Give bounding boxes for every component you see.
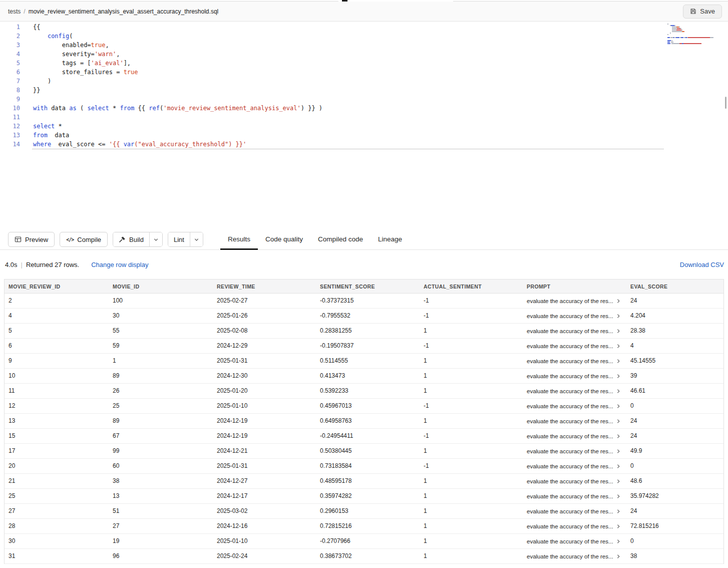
editor-line[interactable]: 12select * [0, 122, 728, 131]
code-icon: </> [66, 237, 74, 242]
prompt-cell[interactable]: evaluate the accuracy of the res... [523, 444, 626, 458]
returned-rows-text: Returned 27 rows. [26, 261, 79, 268]
line-number: 8 [0, 86, 20, 95]
tabstrip-divider [0, 1, 338, 2]
table-cell: 0.38673702 [316, 549, 420, 563]
table-row: 25132024-12-170.359742821evaluate the ac… [5, 489, 723, 504]
save-label: Save [700, 8, 715, 15]
prompt-cell[interactable]: evaluate the accuracy of the res... [523, 429, 626, 443]
expand-cell-icon [616, 509, 621, 514]
table-cell: 21 [5, 474, 109, 488]
expand-cell-icon [616, 464, 621, 469]
code-text: ) [20, 77, 51, 86]
tab-lineage[interactable]: Lineage [371, 229, 410, 250]
minimap[interactable] [667, 24, 723, 45]
table-row: 31962025-02-240.386737021evaluate the ac… [5, 549, 723, 564]
table-row: 21002025-02-27-0.37372315-1evaluate the … [5, 294, 723, 309]
table-cell: -1 [420, 339, 523, 353]
editor-line[interactable]: 3 enabled=true, [0, 41, 728, 50]
header: tests / movie_review_sentiment_analysis_… [0, 2, 728, 22]
tab-results[interactable]: Results [220, 229, 258, 250]
table-cell: 59 [109, 339, 213, 353]
table-cell: 20 [5, 459, 109, 473]
prompt-text: evaluate the accuracy of the res... [527, 538, 613, 544]
line-number: 7 [0, 77, 20, 86]
compile-button[interactable]: </> Compile [60, 232, 108, 247]
prompt-cell[interactable]: evaluate the accuracy of the res... [523, 339, 626, 353]
table-cell: -0.2707966 [316, 534, 420, 548]
prompt-cell[interactable]: evaluate the accuracy of the res... [523, 414, 626, 428]
breadcrumb-file: movie_review_sentiment_analysis_eval_ass… [29, 8, 219, 15]
prompt-cell[interactable]: evaluate the accuracy of the res... [523, 309, 626, 323]
table-cell: 0.5114555 [316, 354, 420, 368]
table-cell: 2025-02-27 [213, 294, 316, 308]
editor-line[interactable]: 2 config( [0, 32, 728, 41]
table-cell: 67 [109, 429, 213, 443]
expand-cell-icon [616, 449, 621, 454]
column-header: SENTIMENT_SCORE [316, 279, 420, 293]
expand-cell-icon [616, 404, 621, 409]
save-button[interactable]: Save [683, 5, 722, 19]
table-row: 28272024-12-160.728152161evaluate the ac… [5, 519, 723, 534]
prompt-cell[interactable]: evaluate the accuracy of the res... [523, 324, 626, 338]
editor-line[interactable]: 1{{ [0, 23, 728, 32]
editor-line[interactable]: 9 [0, 95, 728, 104]
editor-line[interactable]: 6 store_failures = true [0, 68, 728, 77]
prompt-cell[interactable]: evaluate the accuracy of the res... [523, 549, 626, 563]
editor-line[interactable]: 4 severity='warn', [0, 50, 728, 59]
prompt-cell[interactable]: evaluate the accuracy of the res... [523, 489, 626, 503]
editor-line[interactable]: 7 ) [0, 77, 728, 86]
prompt-text: evaluate the accuracy of the res... [527, 493, 613, 499]
line-number: 9 [0, 95, 20, 104]
table-cell: 45.14555 [626, 354, 723, 368]
editor-line[interactable]: 10with data as ( select * from {{ ref('m… [0, 104, 728, 113]
table-cell: 30 [109, 309, 213, 323]
prompt-cell[interactable]: evaluate the accuracy of the res... [523, 459, 626, 473]
breadcrumb-folder[interactable]: tests [8, 8, 21, 15]
editor-line[interactable]: 5 tags = ['ai_eval'], [0, 59, 728, 68]
action-buttons: Preview </> Compile Build [8, 229, 203, 249]
editor-line[interactable]: 13from data [0, 131, 728, 140]
prompt-text: evaluate the accuracy of the res... [527, 388, 613, 394]
table-cell: 0.48595178 [316, 474, 420, 488]
prompt-cell[interactable]: evaluate the accuracy of the res... [523, 369, 626, 383]
lint-button[interactable]: Lint [168, 232, 190, 246]
editor-scrollbar[interactable] [725, 97, 726, 109]
code-editor[interactable]: 1{{2 config(3 enabled=true,4 severity='w… [0, 22, 728, 229]
prompt-cell[interactable]: evaluate the accuracy of the res... [523, 534, 626, 548]
table-cell: 31 [5, 549, 109, 563]
lint-dropdown-button[interactable] [190, 232, 203, 246]
editor-line[interactable]: 14where eval_score <= '{{ var("eval_accu… [0, 140, 728, 149]
editor-line[interactable]: 8}} [0, 86, 728, 95]
prompt-cell[interactable]: evaluate the accuracy of the res... [523, 399, 626, 413]
expand-cell-icon [616, 494, 621, 499]
build-dropdown-button[interactable] [150, 232, 162, 246]
prompt-cell[interactable]: evaluate the accuracy of the res... [523, 519, 626, 533]
prompt-cell[interactable]: evaluate the accuracy of the res... [523, 504, 626, 518]
prompt-text: evaluate the accuracy of the res... [527, 298, 613, 304]
table-cell: 19 [109, 534, 213, 548]
prompt-cell[interactable]: evaluate the accuracy of the res... [523, 384, 626, 398]
table-cell: 2025-02-08 [213, 324, 316, 338]
code-text: tags = ['ai_eval'], [20, 59, 131, 68]
table-cell: 1 [420, 369, 523, 383]
tab-code-quality[interactable]: Code quality [258, 229, 310, 250]
tab-compiled-code[interactable]: Compiled code [310, 229, 371, 250]
change-row-display-link[interactable]: Change row display [91, 261, 148, 268]
build-button[interactable]: Build [113, 232, 150, 246]
download-csv-link[interactable]: Download CSV [680, 261, 724, 268]
prompt-cell[interactable]: evaluate the accuracy of the res... [523, 294, 626, 308]
prompt-cell[interactable]: evaluate the accuracy of the res... [523, 474, 626, 488]
table-cell: 9 [5, 354, 109, 368]
preview-button[interactable]: Preview [8, 232, 55, 247]
table-cell: 13 [5, 414, 109, 428]
code-text: where eval_score <= '{{ var("eval_accura… [20, 140, 246, 149]
file-tab-strip[interactable] [0, 0, 728, 2]
code-text: {{ [20, 23, 40, 32]
prompt-cell[interactable]: evaluate the accuracy of the res... [523, 354, 626, 368]
editor-line[interactable]: 11 [0, 113, 728, 122]
table-row: 912025-01-310.51145551evaluate the accur… [5, 354, 723, 369]
table-cell: 99 [109, 444, 213, 458]
app: tests / movie_review_sentiment_analysis_… [0, 0, 728, 564]
file-tab-icon [342, 0, 347, 2]
